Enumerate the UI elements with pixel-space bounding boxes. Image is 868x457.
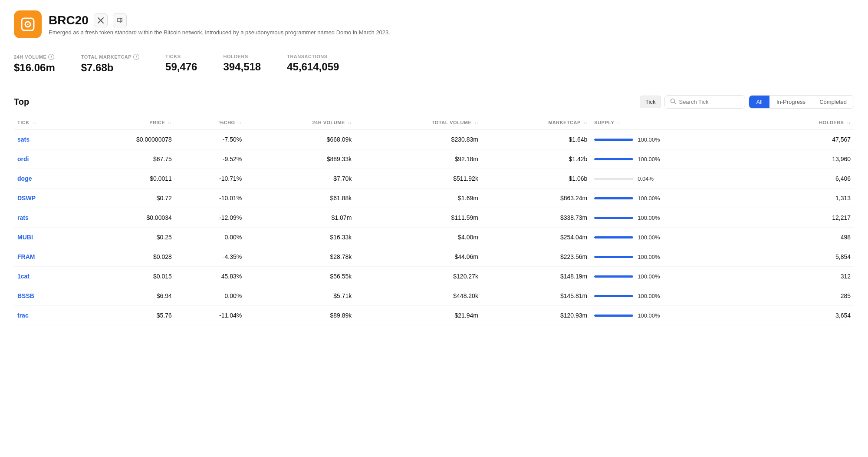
cell-totalvol-0: $230.83m <box>355 130 482 149</box>
search-input[interactable] <box>679 99 740 105</box>
col-chg[interactable]: %CHG ↑↓ <box>175 116 245 130</box>
cell-holders-1: 13,960 <box>763 149 854 169</box>
book-icon-button[interactable] <box>113 13 127 27</box>
supply-track-6 <box>594 256 633 258</box>
cell-tick-2[interactable]: doge <box>14 169 75 189</box>
cell-price-1: $67.75 <box>75 149 175 169</box>
stat-value-3: 394,518 <box>223 61 261 73</box>
cell-tick-7[interactable]: 1cat <box>14 267 75 286</box>
supply-pct-2: 0.04% <box>638 176 659 182</box>
tick-link-rats[interactable]: rats <box>17 214 29 221</box>
table-header-row: Top Tick AllIn-ProgressCompleted <box>14 95 854 109</box>
tick-link-MUBI[interactable]: MUBI <box>17 234 33 241</box>
table-row: sats$0.00000078-7.50%$668.09k$230.83m$1.… <box>14 130 854 149</box>
supply-pct-7: 100.00% <box>638 273 660 280</box>
tick-link-ordi[interactable]: ordi <box>17 156 29 162</box>
cell-mcap-0: $1.64b <box>482 130 591 149</box>
table-row: DSWP$0.72-10.01%$61.88k$1.69m$863.24m100… <box>14 189 854 208</box>
tick-link-sats[interactable]: sats <box>17 136 30 143</box>
col-total-vol[interactable]: TOTAL VOLUME ↑↓ <box>355 116 482 130</box>
filter-btn-all[interactable]: All <box>749 96 769 108</box>
stat-value-0: $16.06m <box>14 62 55 74</box>
filter-btn-in-progress[interactable]: In-Progress <box>769 96 812 108</box>
cell-holders-5: 498 <box>763 228 854 247</box>
header-title-row: BRC20 <box>49 13 390 27</box>
tick-link-doge[interactable]: doge <box>17 175 32 182</box>
supply-track-5 <box>594 236 633 238</box>
page-wrapper: BRC20 Emerged as a fresh token standard … <box>0 0 868 336</box>
sort-icon-holders: ↑↓ <box>847 121 851 125</box>
col-supply[interactable]: SUPPLY ↑↓ <box>591 116 763 130</box>
cell-vol24-2: $7.70k <box>245 169 355 189</box>
sort-icon-totalvol: ↑↓ <box>474 121 478 125</box>
cell-vol24-8: $5.71k <box>245 286 355 306</box>
cell-price-6: $0.028 <box>75 247 175 267</box>
filter-btn-completed[interactable]: Completed <box>812 96 854 108</box>
stat-label-3: HOLDERS <box>223 54 261 59</box>
data-table: TICK ↑↓ PRICE ↑↓ %CHG ↑↓ 24H VOLUME ↑↓ T… <box>14 116 854 325</box>
x-icon-button[interactable] <box>94 13 108 27</box>
cell-price-5: $0.25 <box>75 228 175 247</box>
cell-holders-6: 5,854 <box>763 247 854 267</box>
cell-totalvol-1: $92.18m <box>355 149 482 169</box>
page-title: BRC20 <box>49 13 89 27</box>
cell-tick-3[interactable]: DSWP <box>14 189 75 208</box>
cell-chg-8: 0.00% <box>175 286 245 306</box>
cell-price-2: $0.0011 <box>75 169 175 189</box>
cell-tick-5[interactable]: MUBI <box>14 228 75 247</box>
cell-vol24-1: $889.33k <box>245 149 355 169</box>
stat-label-2: TICKS <box>165 54 197 59</box>
supply-pct-4: 100.00% <box>638 215 660 221</box>
info-icon-1[interactable]: i <box>133 54 139 60</box>
table-section: Top Tick AllIn-ProgressCompleted <box>14 95 854 325</box>
tick-badge: Tick <box>640 96 661 108</box>
col-holders[interactable]: HOLDERS ↑↓ <box>763 116 854 130</box>
supply-track-0 <box>594 139 633 141</box>
col-marketcap[interactable]: MARKETCAP ↑↓ <box>482 116 591 130</box>
cell-price-0: $0.00000078 <box>75 130 175 149</box>
supply-track-7 <box>594 275 633 278</box>
tick-link-trac[interactable]: trac <box>17 312 29 319</box>
header-description: Emerged as a fresh token standard within… <box>49 29 390 36</box>
cell-tick-6[interactable]: FRAM <box>14 247 75 267</box>
svg-point-3 <box>671 99 675 103</box>
cell-tick-0[interactable]: sats <box>14 130 75 149</box>
tick-link-FRAM[interactable]: FRAM <box>17 253 35 260</box>
table-row: rats$0.00034-12.09%$1.07m$111.59m$338.73… <box>14 208 854 228</box>
cell-totalvol-7: $120.27k <box>355 267 482 286</box>
col-price[interactable]: PRICE ↑↓ <box>75 116 175 130</box>
logo-icon <box>14 10 42 38</box>
cell-tick-9[interactable]: trac <box>14 306 75 325</box>
stat-item-2: TICKS59,476 <box>165 54 197 74</box>
cell-tick-4[interactable]: rats <box>14 208 75 228</box>
table-row: BSSB$6.940.00%$5.71k$448.20k$145.81m100.… <box>14 286 854 306</box>
col-tick[interactable]: TICK ↑↓ <box>14 116 75 130</box>
cell-holders-9: 3,654 <box>763 306 854 325</box>
cell-vol24-7: $56.55k <box>245 267 355 286</box>
cell-price-4: $0.00034 <box>75 208 175 228</box>
cell-chg-9: -11.04% <box>175 306 245 325</box>
supply-fill-6 <box>594 256 633 258</box>
table-row: MUBI$0.250.00%$16.33k$4.00m$254.04m100.0… <box>14 228 854 247</box>
sort-icon-supply: ↑↓ <box>617 121 621 125</box>
cell-totalvol-5: $4.00m <box>355 228 482 247</box>
cell-chg-0: -7.50% <box>175 130 245 149</box>
cell-holders-8: 285 <box>763 286 854 306</box>
info-icon-0[interactable]: i <box>48 54 54 60</box>
supply-fill-7 <box>594 275 633 278</box>
cell-tick-8[interactable]: BSSB <box>14 286 75 306</box>
tick-link-DSWP[interactable]: DSWP <box>17 195 36 202</box>
tick-link-1cat[interactable]: 1cat <box>17 273 30 280</box>
cell-mcap-7: $148.19m <box>482 267 591 286</box>
divider <box>14 88 854 88</box>
sort-icon-marketcap: ↑↓ <box>583 121 587 125</box>
tick-link-BSSB[interactable]: BSSB <box>17 292 34 299</box>
col-24h-vol[interactable]: 24H VOLUME ↑↓ <box>245 116 355 130</box>
search-box[interactable] <box>664 95 745 109</box>
supply-track-2 <box>594 178 633 180</box>
supply-fill-0 <box>594 139 633 141</box>
sort-icon-chg: ↑↓ <box>238 121 242 125</box>
cell-chg-3: -10.01% <box>175 189 245 208</box>
cell-tick-1[interactable]: ordi <box>14 149 75 169</box>
cell-mcap-2: $1.06b <box>482 169 591 189</box>
